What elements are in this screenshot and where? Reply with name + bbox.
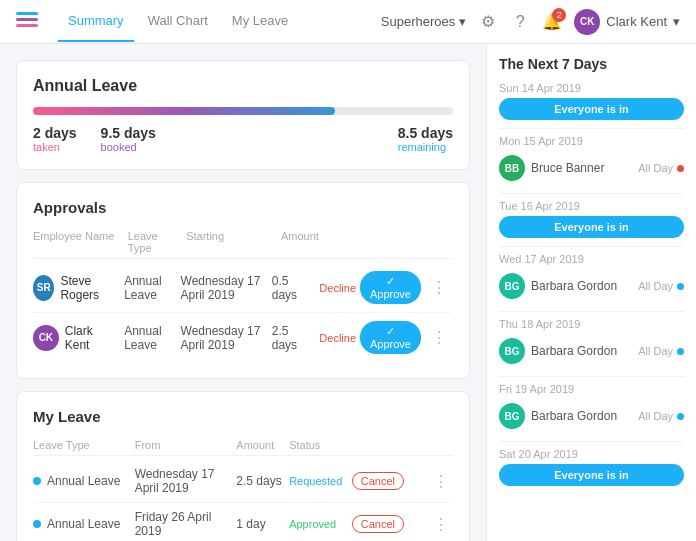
user-chevron-icon: ▾ — [673, 14, 680, 29]
day-label: Tue 16 Apr 2019 — [499, 200, 684, 212]
approvals-title: Approvals — [33, 199, 453, 216]
tab-summary[interactable]: Summary — [58, 1, 134, 42]
col-cancel — [352, 439, 425, 451]
leave-bar-fill — [33, 107, 335, 115]
day-label: Mon 15 Apr 2019 — [499, 135, 684, 147]
employee-name: SR Steve Rogers — [33, 274, 120, 302]
nav-right: Superheroes ▾ ⚙ ? 🔔 2 CK Clark Kent ▾ — [381, 9, 680, 35]
settings-icon[interactable]: ⚙ — [478, 12, 498, 32]
top-nav: Summary Wall Chart My Leave Superheroes … — [0, 0, 696, 44]
col-leave-type: Leave Type — [33, 439, 131, 451]
person-info: BB Bruce Banner — [499, 155, 604, 181]
red-dot — [677, 165, 684, 172]
allday-label: All Day — [638, 345, 684, 357]
tab-wall-chart[interactable]: Wall Chart — [138, 1, 218, 42]
left-panel: Annual Leave 2 days taken 9.5 days booke… — [0, 44, 486, 541]
col-leave-type: Leave Type — [128, 230, 182, 254]
my-leave-row: Annual Leave Friday 26 April 2019 1 day … — [33, 503, 453, 541]
cancel-cell: Cancel — [352, 515, 425, 533]
annual-leave-title: Annual Leave — [33, 77, 453, 95]
starting-cell: Wednesday 17 April 2019 — [181, 324, 268, 352]
notification-icon[interactable]: 🔔 2 — [542, 12, 562, 32]
actions-cell: Decline ✓ Approve — [319, 271, 421, 304]
col-amount: Amount — [236, 439, 285, 451]
my-leave-title: My Leave — [33, 408, 453, 425]
blue-dot — [677, 283, 684, 290]
leave-type-cell: Annual Leave — [33, 517, 131, 531]
cancel-button[interactable]: Cancel — [352, 515, 404, 533]
person-row: BG Barbara Gordon All Day — [499, 334, 684, 368]
more-icon[interactable]: ⋮ — [429, 472, 453, 491]
team-name: Superheroes — [381, 14, 455, 29]
person-row: BG Barbara Gordon All Day — [499, 269, 684, 303]
right-panel: The Next 7 Days Sun 14 Apr 2019 Everyone… — [486, 44, 696, 541]
decline-button[interactable]: Decline — [319, 332, 356, 344]
from-cell: Wednesday 17 April 2019 — [135, 467, 233, 495]
employee-avatar: CK — [33, 325, 59, 351]
tab-my-leave[interactable]: My Leave — [222, 1, 298, 42]
blue-dot — [677, 413, 684, 420]
annual-leave-card: Annual Leave 2 days taken 9.5 days booke… — [16, 60, 470, 170]
person-name: Barbara Gordon — [531, 409, 617, 423]
allday-label: All Day — [638, 280, 684, 292]
person-info: BG Barbara Gordon — [499, 273, 617, 299]
remaining-label: remaining — [398, 141, 453, 153]
leave-type-cell: Annual Leave — [124, 274, 176, 302]
leave-dot — [33, 520, 41, 528]
day-label: Sun 14 Apr 2019 — [499, 82, 684, 94]
booked-value: 9.5 days — [101, 125, 156, 141]
status-cell: Approved — [289, 518, 348, 530]
person-name: Barbara Gordon — [531, 344, 617, 358]
col-status: Status — [289, 439, 348, 451]
leave-dot — [33, 477, 41, 485]
approval-row: CK Clark Kent Annual Leave Wednesday 17 … — [33, 313, 453, 362]
main-layout: Annual Leave 2 days taken 9.5 days booke… — [0, 44, 696, 541]
col-more — [425, 230, 453, 254]
leave-stat-booked: 9.5 days booked — [101, 125, 156, 153]
col-employee: Employee Name — [33, 230, 124, 254]
my-leave-row: Annual Leave Wednesday 17 April 2019 2.5… — [33, 460, 453, 503]
booked-label: booked — [101, 141, 156, 153]
day-section-tue: Tue 16 Apr 2019 Everyone is in — [499, 200, 684, 238]
day-label: Wed 17 Apr 2019 — [499, 253, 684, 265]
chevron-down-icon: ▾ — [459, 14, 466, 29]
person-row: BG Barbara Gordon All Day — [499, 399, 684, 433]
everyone-in-button[interactable]: Everyone is in — [499, 216, 684, 238]
col-from: From — [135, 439, 233, 451]
employee-name: CK Clark Kent — [33, 324, 120, 352]
everyone-in-button[interactable]: Everyone is in — [499, 464, 684, 486]
cancel-button[interactable]: Cancel — [352, 472, 404, 490]
approve-button[interactable]: ✓ Approve — [360, 321, 421, 354]
blue-dot — [677, 348, 684, 355]
person-avatar: BG — [499, 273, 525, 299]
amount-cell: 2.5 days — [236, 474, 285, 488]
user-menu[interactable]: CK Clark Kent ▾ — [574, 9, 680, 35]
day-section-wed: Wed 17 Apr 2019 BG Barbara Gordon All Da… — [499, 253, 684, 303]
day-section-sun: Sun 14 Apr 2019 Everyone is in — [499, 82, 684, 120]
notification-badge: 2 — [552, 8, 566, 22]
more-icon[interactable]: ⋮ — [429, 515, 453, 534]
leave-type-cell: Annual Leave — [124, 324, 176, 352]
actions-cell: Decline ✓ Approve — [319, 321, 421, 354]
help-icon[interactable]: ? — [510, 12, 530, 32]
taken-label: taken — [33, 141, 77, 153]
day-section-mon: Mon 15 Apr 2019 BB Bruce Banner All Day — [499, 135, 684, 185]
approvals-header: Employee Name Leave Type Starting Amount — [33, 226, 453, 259]
svg-rect-0 — [16, 12, 38, 15]
approve-button[interactable]: ✓ Approve — [360, 271, 421, 304]
allday-label: All Day — [638, 162, 684, 174]
more-icon[interactable]: ⋮ — [425, 328, 453, 347]
decline-button[interactable]: Decline — [319, 282, 356, 294]
day-section-sat: Sat 20 Apr 2019 Everyone is in — [499, 448, 684, 486]
amount-cell: 1 day — [236, 517, 285, 531]
more-icon[interactable]: ⋮ — [425, 278, 453, 297]
everyone-in-button[interactable]: Everyone is in — [499, 98, 684, 120]
person-avatar: BB — [499, 155, 525, 181]
logo — [16, 12, 38, 31]
remaining-value: 8.5 days — [398, 125, 453, 141]
approvals-card: Approvals Employee Name Leave Type Start… — [16, 182, 470, 379]
day-label: Sat 20 Apr 2019 — [499, 448, 684, 460]
leave-stat-taken: 2 days taken — [33, 125, 77, 153]
team-selector[interactable]: Superheroes ▾ — [381, 14, 466, 29]
day-label: Fri 19 Apr 2019 — [499, 383, 684, 395]
